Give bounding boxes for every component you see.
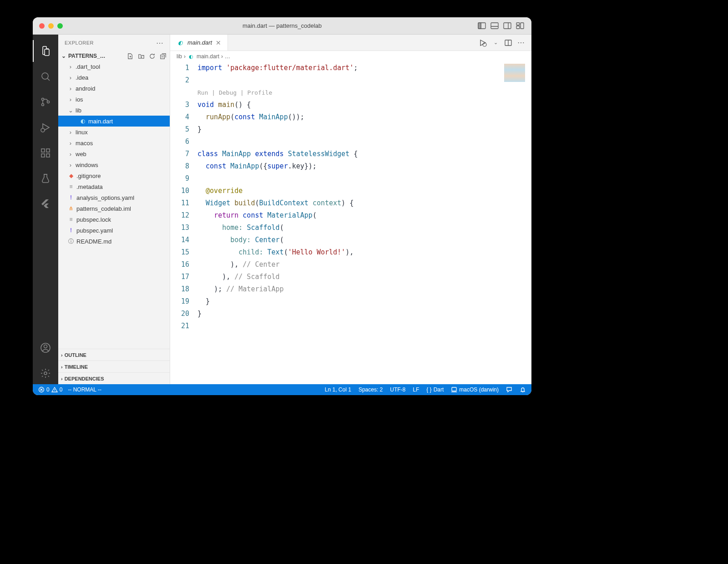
- collapse-all-icon[interactable]: [159, 52, 167, 60]
- more-icon[interactable]: ⋯: [517, 39, 525, 47]
- status-errors[interactable]: 0 0: [38, 386, 62, 393]
- refresh-icon[interactable]: [148, 52, 156, 60]
- tree-folder[interactable]: ›windows: [58, 159, 170, 170]
- svg-point-13: [42, 104, 44, 106]
- status-eol[interactable]: LF: [413, 386, 419, 393]
- explorer-activity-icon[interactable]: [33, 40, 58, 62]
- sidebar-header: EXPLORER ⋯: [58, 35, 170, 51]
- tab-main-dart[interactable]: ◐ main.dart ✕: [170, 35, 228, 51]
- status-spaces[interactable]: Spaces: 2: [359, 386, 383, 393]
- dependencies-section[interactable]: ›DEPENDENCIES: [58, 372, 170, 384]
- tree-file[interactable]: ≡.metadata: [58, 181, 170, 192]
- explorer-title: EXPLORER: [65, 40, 94, 46]
- svg-rect-5: [504, 23, 511, 29]
- code-content[interactable]: import 'package:flutter/material.dart'; …: [197, 62, 531, 384]
- tree-folder[interactable]: ›android: [58, 83, 170, 94]
- svg-point-16: [41, 128, 45, 132]
- maximize-window-icon[interactable]: [57, 23, 63, 29]
- svg-rect-2: [478, 23, 481, 29]
- layout-primary-icon[interactable]: [477, 22, 487, 30]
- layout-panel-icon[interactable]: [490, 22, 500, 30]
- tree-file[interactable]: ⓘREADME.md: [58, 236, 170, 247]
- tree-folder[interactable]: ›.idea: [58, 72, 170, 83]
- split-editor-icon[interactable]: [504, 39, 512, 47]
- status-device[interactable]: macOS (darwin): [451, 386, 499, 393]
- outline-section[interactable]: ›OUTLINE: [58, 349, 170, 361]
- status-bell-icon[interactable]: [520, 386, 526, 393]
- dart-file-icon: ◐: [79, 117, 86, 125]
- svg-point-12: [42, 98, 44, 101]
- line-gutter: 123456789101112131415161718192021: [170, 62, 197, 384]
- tree-folder[interactable]: ›ios: [58, 94, 170, 105]
- codelens[interactable]: Run | Debug | Profile: [197, 89, 272, 96]
- status-encoding[interactable]: UTF-8: [390, 386, 405, 393]
- sidebar: EXPLORER ⋯ ⌄ PATTERNS_… ›.dart_tool ›.id…: [58, 35, 170, 384]
- window-title: main.dart — patterns_codelab: [243, 22, 322, 29]
- yaml-file-icon: !: [67, 227, 75, 234]
- project-name: PATTERNS_…: [68, 53, 106, 59]
- account-activity-icon[interactable]: [33, 337, 58, 359]
- titlebar: main.dart — patterns_codelab: [33, 17, 531, 35]
- code-area[interactable]: 123456789101112131415161718192021 import…: [170, 62, 531, 384]
- extensions-activity-icon[interactable]: [33, 142, 58, 164]
- iml-file-icon: ⋔: [67, 205, 75, 212]
- tree-file[interactable]: !analysis_options.yaml: [58, 192, 170, 203]
- run-icon[interactable]: [479, 39, 487, 47]
- svg-point-14: [47, 101, 50, 103]
- explorer-more-icon[interactable]: ⋯: [156, 39, 164, 47]
- chevron-down-icon[interactable]: ⌄: [491, 39, 500, 47]
- tree-file[interactable]: !pubspec.yaml: [58, 225, 170, 236]
- file-tree: ›.dart_tool ›.idea ›android ›ios ⌄lib ◐m…: [58, 61, 170, 349]
- source-control-activity-icon[interactable]: [33, 91, 58, 113]
- project-row[interactable]: ⌄ PATTERNS_…: [58, 51, 170, 61]
- activity-bar: [33, 35, 58, 384]
- status-vim-mode: -- NORMAL --: [68, 386, 101, 393]
- tree-folder[interactable]: ›linux: [58, 127, 170, 137]
- svg-rect-18: [41, 154, 45, 157]
- status-position[interactable]: Ln 1, Col 1: [325, 386, 351, 393]
- tree-file[interactable]: ⋔patterns_codelab.iml: [58, 203, 170, 214]
- status-bar: 0 0 -- NORMAL -- Ln 1, Col 1 Spaces: 2 U…: [33, 384, 531, 395]
- layout-secondary-icon[interactable]: [502, 22, 512, 30]
- svg-rect-19: [46, 154, 50, 157]
- layout-customize-icon[interactable]: [515, 22, 525, 30]
- tree-folder[interactable]: ›.dart_tool: [58, 61, 170, 72]
- tree-folder-lib[interactable]: ⌄lib: [58, 105, 170, 116]
- svg-rect-35: [452, 387, 456, 391]
- svg-rect-9: [516, 26, 520, 29]
- new-folder-icon[interactable]: [137, 52, 145, 60]
- svg-rect-20: [46, 149, 50, 152]
- new-file-icon[interactable]: [126, 52, 134, 60]
- timeline-section[interactable]: ›TIMELINE: [58, 361, 170, 372]
- test-activity-icon[interactable]: [33, 168, 58, 189]
- svg-line-11: [47, 78, 50, 81]
- file-icon: ≡: [67, 216, 75, 223]
- tree-file[interactable]: ◆.gitignore: [58, 170, 170, 181]
- svg-point-24: [44, 372, 47, 375]
- search-activity-icon[interactable]: [33, 66, 58, 87]
- svg-rect-7: [516, 23, 520, 25]
- close-window-icon[interactable]: [39, 23, 45, 29]
- tab-label: main.dart: [187, 39, 212, 46]
- file-icon: ≡: [67, 183, 75, 190]
- minimize-window-icon[interactable]: [48, 23, 54, 29]
- status-language[interactable]: { } Dart: [426, 386, 444, 393]
- svg-rect-3: [491, 23, 498, 29]
- svg-rect-8: [521, 23, 524, 29]
- tree-file[interactable]: ≡pubspec.lock: [58, 214, 170, 225]
- settings-activity-icon[interactable]: [33, 362, 58, 384]
- debug-activity-icon[interactable]: [33, 117, 58, 138]
- flutter-activity-icon[interactable]: [33, 193, 58, 215]
- tree-folder[interactable]: ›web: [58, 148, 170, 159]
- readme-file-icon: ⓘ: [67, 238, 75, 245]
- tab-bar: ◐ main.dart ✕ ⌄ ⋯: [170, 35, 531, 51]
- traffic-lights: [39, 23, 63, 29]
- breadcrumb[interactable]: lib› ◐ main.dart› …: [170, 51, 531, 62]
- status-feedback-icon[interactable]: [506, 386, 512, 393]
- tree-file-main-dart[interactable]: ◐main.dart: [58, 116, 170, 127]
- minimap[interactable]: [504, 64, 525, 82]
- tree-folder[interactable]: ›macos: [58, 137, 170, 148]
- dart-file-icon: ◐: [177, 39, 184, 46]
- svg-rect-17: [41, 149, 45, 152]
- close-tab-icon[interactable]: ✕: [216, 39, 221, 46]
